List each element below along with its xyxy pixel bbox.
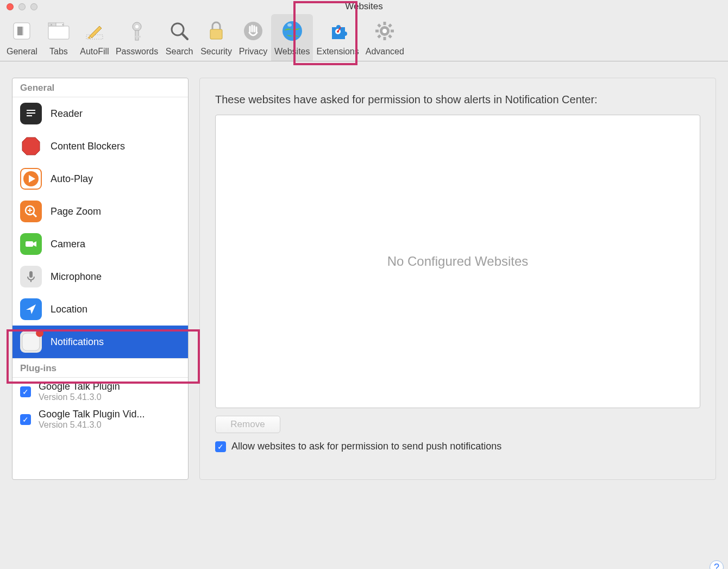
key-icon	[122, 16, 152, 46]
sidebar-section-general: General	[12, 78, 188, 97]
gear-icon	[370, 16, 399, 46]
svg-line-31	[378, 35, 380, 37]
allow-row: ✓ Allow websites to ask for permission t…	[215, 441, 700, 452]
svg-line-30	[389, 24, 391, 27]
stop-sign-icon	[20, 135, 42, 157]
reader-icon	[20, 103, 42, 124]
svg-line-28	[378, 24, 380, 27]
main-panel: These websites have asked for permission…	[199, 78, 716, 480]
window-title: Websites	[0, 1, 728, 12]
toolbar-item-general[interactable]: General	[3, 14, 41, 61]
zoom-icon	[20, 201, 42, 222]
svg-marker-43	[33, 241, 36, 247]
preferences-window: Websites General x+ Tabs AutoFill Pa	[0, 0, 728, 569]
plugin-checkbox[interactable]: ✓	[20, 386, 31, 397]
toolbar-item-advanced[interactable]: Advanced	[362, 14, 407, 61]
camera-icon	[20, 233, 42, 255]
sidebar-item-content-blockers[interactable]: Content Blockers	[12, 130, 188, 162]
remove-row: Remove	[215, 408, 700, 441]
svg-text:+: +	[62, 23, 64, 26]
svg-rect-2	[22, 27, 23, 35]
svg-line-29	[389, 35, 391, 37]
remove-button[interactable]: Remove	[215, 416, 280, 433]
svg-point-10	[135, 25, 139, 28]
preferences-toolbar: General x+ Tabs AutoFill Passwords Searc…	[0, 13, 728, 61]
main-heading: These websites have asked for permission…	[215, 93, 700, 106]
sidebar: General Reader Content Blockers Auto-Pla…	[12, 78, 189, 480]
svg-point-17	[283, 21, 302, 41]
globe-icon	[278, 16, 307, 46]
location-arrow-icon	[20, 298, 42, 320]
sidebar-item-page-zoom[interactable]: Page Zoom	[12, 195, 188, 228]
svg-text:x: x	[51, 23, 52, 26]
svg-line-14	[182, 34, 187, 39]
sidebar-item-auto-play[interactable]: Auto-Play	[12, 162, 188, 195]
magnifier-icon	[165, 16, 194, 46]
toolbar-item-passwords[interactable]: Passwords	[112, 14, 161, 61]
microphone-icon	[20, 266, 42, 287]
plugin-checkbox[interactable]: ✓	[20, 414, 31, 425]
svg-rect-12	[135, 36, 141, 37]
sidebar-item-microphone[interactable]: Microphone	[12, 260, 188, 293]
toolbar-item-privacy[interactable]: Privacy	[235, 14, 271, 61]
allow-checkbox[interactable]: ✓	[215, 441, 226, 452]
svg-line-39	[33, 214, 36, 217]
svg-point-18	[287, 23, 292, 27]
lock-icon	[202, 16, 231, 46]
tabs-icon: x+	[44, 16, 73, 46]
plugin-item-google-talk[interactable]: ✓ Google Talk Plugin Version 5.41.3.0	[12, 378, 188, 405]
sidebar-item-reader[interactable]: Reader	[12, 97, 188, 130]
pencil-icon	[80, 16, 109, 46]
toolbar-item-autofill[interactable]: AutoFill	[77, 14, 112, 61]
svg-point-16	[244, 22, 262, 40]
svg-point-23	[382, 29, 387, 33]
plugin-name: Google Talk Plugin Vid...	[39, 409, 145, 420]
toolbar-item-tabs[interactable]: x+ Tabs	[41, 14, 77, 61]
sidebar-item-location[interactable]: Location	[12, 293, 188, 326]
sidebar-section-plugins: Plug-ins	[12, 358, 188, 378]
svg-rect-15	[210, 29, 222, 39]
svg-rect-1	[17, 27, 22, 35]
play-icon	[20, 168, 42, 190]
svg-marker-46	[26, 304, 36, 314]
help-button[interactable]: ?	[710, 560, 724, 569]
sidebar-item-notifications[interactable]: Notifications	[12, 326, 188, 358]
svg-rect-42	[26, 241, 33, 247]
toolbar-item-extensions[interactable]: Extensions	[313, 14, 362, 61]
sidebar-item-camera[interactable]: Camera	[12, 228, 188, 260]
empty-state-text: No Configured Websites	[387, 254, 529, 269]
svg-rect-44	[29, 271, 33, 278]
puzzle-icon	[323, 16, 353, 46]
toolbar-item-websites[interactable]: Websites	[271, 14, 313, 61]
svg-rect-4	[48, 23, 56, 26]
websites-list[interactable]: No Configured Websites	[215, 115, 700, 408]
plugin-version: Version 5.41.3.0	[39, 392, 120, 402]
toolbar-item-security[interactable]: Security	[197, 14, 235, 61]
allow-label: Allow websites to ask for permission to …	[231, 441, 501, 452]
svg-rect-3	[48, 26, 69, 39]
notifications-icon	[20, 331, 42, 353]
plugin-version: Version 5.41.3.0	[39, 420, 145, 430]
hand-icon	[239, 16, 268, 46]
titlebar: Websites	[0, 0, 728, 13]
toolbar-item-search[interactable]: Search	[161, 14, 197, 61]
svg-marker-35	[22, 137, 40, 155]
svg-rect-11	[135, 30, 139, 40]
content-area: General Reader Content Blockers Auto-Pla…	[0, 61, 728, 569]
plugin-item-google-talk-video[interactable]: ✓ Google Talk Plugin Vid... Version 5.41…	[12, 405, 188, 433]
switch-icon	[7, 16, 36, 46]
plugin-name: Google Talk Plugin	[39, 381, 120, 392]
